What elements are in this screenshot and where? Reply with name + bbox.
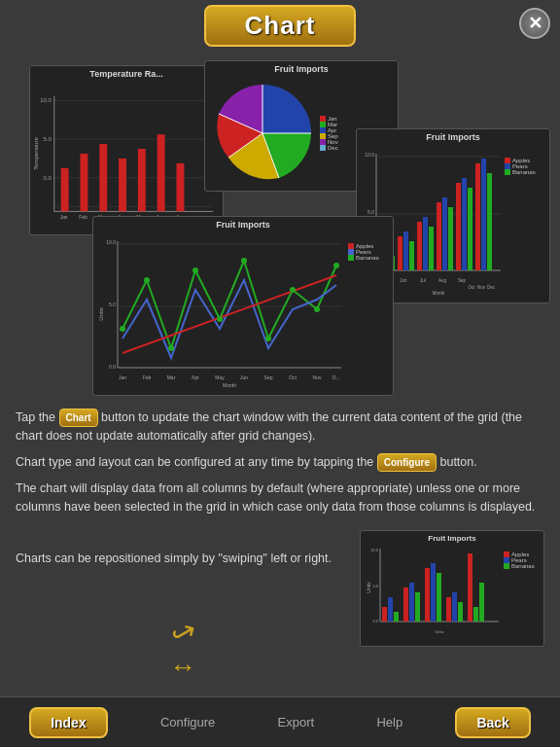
svg-rect-50 [462,178,467,270]
line-chart: Fruit Imports Units 10.0 5.0 0.0 [92,216,394,396]
close-button[interactable]: ✕ [519,8,550,39]
configure-inline-button: Configure [377,453,437,472]
bottom-section: Charts can be repositioned simply by "sw… [0,524,560,684]
svg-text:Feb: Feb [143,374,152,380]
svg-text:0.0: 0.0 [372,619,378,623]
svg-rect-113 [473,607,478,622]
svg-text:Sep: Sep [264,374,273,380]
svg-text:0.0: 0.0 [44,175,52,181]
content-area: Tap the Chart button to update the chart… [0,401,560,516]
svg-point-82 [333,263,339,268]
temp-chart-svg: Temperature 10.0 5.0 0.0 Jan Feb Mar Apr… [30,81,223,222]
svg-point-74 [144,277,150,283]
svg-text:Month: Month [433,291,445,295]
svg-text:Jul: Jul [420,278,426,283]
pie-chart-svg [209,80,316,187]
curved-arrow-icon: ↩ [163,613,201,655]
svg-text:Jan: Jan [60,215,68,220]
svg-rect-19 [80,154,88,211]
svg-rect-22 [138,149,146,211]
svg-text:Temperature: Temperature [33,137,39,170]
swipe-text: Charts can be repositioned simply by "sw… [16,530,350,568]
svg-point-77 [217,316,223,322]
svg-text:Feb: Feb [79,215,88,220]
para3: The chart will display data from all col… [16,480,544,516]
footer: Index Configure Export Help Back [0,696,560,747]
svg-rect-102 [394,612,399,622]
help-button[interactable]: Help [367,709,412,735]
svg-rect-104 [409,583,414,622]
svg-text:5.0: 5.0 [109,302,116,307]
svg-text:5.0: 5.0 [368,209,374,215]
svg-rect-105 [415,592,420,622]
svg-point-81 [314,306,320,312]
para1-pre: Tap the [16,410,55,424]
svg-rect-109 [446,597,451,622]
charts-area: Temperature Ra... Temperature 10.0 5.0 0… [0,51,560,401]
svg-rect-23 [158,134,165,211]
swipe-arrows: ↩ ↔ [16,616,350,683]
svg-text:Aug: Aug [438,278,447,283]
svg-text:Oct: Oct [289,374,297,380]
svg-text:Nov: Nov [313,374,322,380]
svg-rect-21 [119,159,126,211]
page-title: Chart [245,11,316,40]
index-button[interactable]: Index [29,707,108,738]
svg-text:Jun: Jun [240,374,248,380]
svg-rect-47 [442,197,447,270]
svg-point-80 [290,287,296,293]
export-button[interactable]: Export [268,709,325,735]
pie-chart-title: Fruit Imports [205,61,398,76]
svg-rect-114 [479,583,484,622]
svg-text:Apr: Apr [192,374,199,380]
svg-rect-110 [452,592,457,622]
svg-text:May: May [215,374,225,380]
svg-rect-101 [388,597,393,622]
svg-rect-54 [487,173,492,270]
svg-text:Mar: Mar [167,374,176,380]
svg-point-79 [265,336,271,341]
svg-text:D...: D... [332,374,340,380]
svg-text:Units: Units [98,307,104,321]
svg-text:0.0: 0.0 [109,364,116,370]
svg-rect-18 [61,168,69,212]
svg-text:Sep: Sep [458,278,467,283]
configure-button[interactable]: Configure [151,709,225,735]
header: Chart ✕ [0,0,560,51]
mini-chart-svg: 10.0 5.0 0.0 Units [361,544,502,636]
title-badge: Chart [204,5,357,47]
svg-point-75 [168,345,174,351]
svg-rect-49 [456,183,461,270]
svg-point-73 [120,326,125,332]
svg-point-76 [192,267,198,273]
svg-rect-112 [468,553,472,622]
svg-text:Nov: Nov [477,285,486,290]
svg-rect-53 [481,159,486,270]
svg-text:10.0: 10.0 [40,98,52,104]
svg-text:Dec: Dec [487,285,496,290]
mini-chart: Fruit Imports 10.0 5.0 0.0 Units [360,530,544,647]
svg-rect-24 [176,163,184,212]
svg-rect-45 [429,227,434,270]
svg-rect-52 [475,163,480,270]
svg-rect-41 [403,231,408,270]
svg-rect-40 [398,236,402,270]
chart-inline-button: Chart [59,409,98,427]
svg-rect-20 [99,144,107,211]
svg-text:5.0: 5.0 [44,136,52,142]
svg-rect-43 [417,222,422,270]
para2-post: button. [439,455,476,469]
svg-rect-108 [437,573,441,622]
svg-text:Units: Units [366,581,371,592]
svg-point-78 [241,258,247,264]
svg-rect-100 [382,607,387,622]
temp-chart-title: Temperature Ra... [30,66,223,81]
svg-text:Month: Month [223,382,236,387]
lr-arrow-icon: ↔ [169,652,196,683]
svg-rect-103 [403,587,408,622]
para1: Tap the Chart button to update the chart… [16,409,544,445]
back-button[interactable]: Back [455,707,530,738]
temperature-chart: Temperature Ra... Temperature 10.0 5.0 0… [29,65,224,235]
svg-rect-51 [468,188,472,270]
line-chart-title: Fruit Imports [93,217,393,231]
